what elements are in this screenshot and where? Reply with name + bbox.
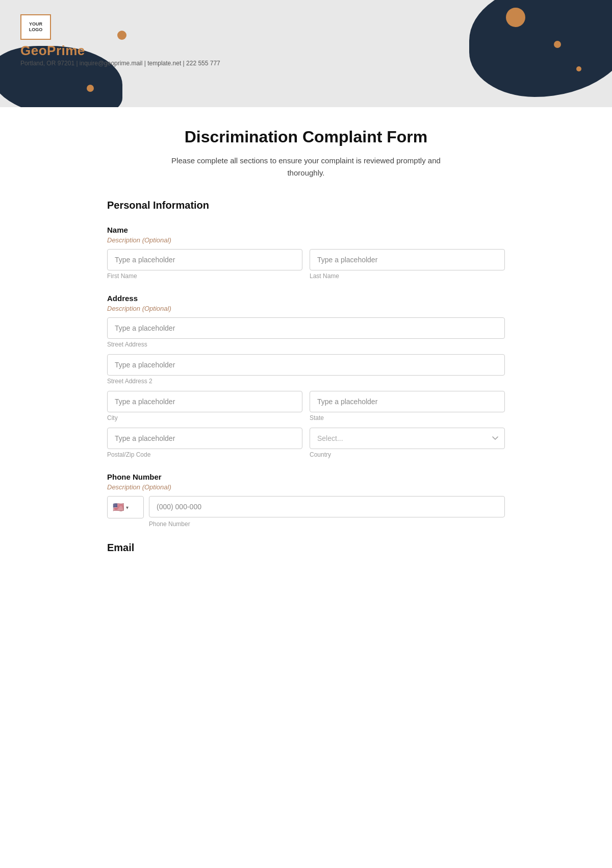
field-group-phone: Phone Number Description (Optional) 🇺🇸 ▾… (107, 473, 505, 528)
flag-select-button[interactable]: 🇺🇸 ▾ (107, 496, 144, 518)
postal-country-row: Postal/Zip Code Select... United States … (107, 428, 505, 458)
phone-input-wrap (149, 496, 505, 517)
logo-box: YOURLOGO (20, 14, 51, 40)
street-address2-label: Street Address 2 (107, 378, 505, 385)
postal-col: Postal/Zip Code (107, 428, 302, 458)
brand-tagline: Portland, OR 97201 | inquire@geoprime.ma… (20, 60, 220, 67)
last-name-label: Last Name (310, 272, 505, 280)
last-name-input[interactable] (310, 249, 505, 270)
city-label: City (107, 414, 302, 421)
field-label-email: Email (107, 542, 505, 554)
brand-name: GeoPrime (20, 43, 85, 59)
orange-dot-bottom-left (87, 85, 94, 92)
state-input[interactable] (310, 391, 505, 412)
flag-emoji: 🇺🇸 (113, 502, 124, 513)
section-title-personal: Personal Information (107, 200, 505, 215)
phone-sublabel: Phone Number (149, 520, 505, 528)
main-content: Discrimination Complaint Form Please com… (87, 107, 525, 599)
first-name-label: First Name (107, 272, 302, 280)
phone-row: 🇺🇸 ▾ (107, 496, 505, 518)
first-name-input[interactable] (107, 249, 302, 270)
street-address-input[interactable] (107, 317, 505, 339)
page-header: YOURLOGO GeoPrime Portland, OR 97201 | i… (0, 0, 612, 107)
street-address-label: Street Address (107, 341, 505, 348)
field-group-email: Email (107, 542, 505, 554)
country-select[interactable]: Select... United States Canada United Ki… (310, 428, 505, 449)
country-label: Country (310, 451, 505, 458)
phone-input[interactable] (149, 496, 505, 517)
form-subtitle: Please complete all sections to ensure y… (153, 155, 459, 179)
postal-input[interactable] (107, 428, 302, 449)
logo-text: YOURLOGO (29, 21, 43, 33)
state-label: State (310, 414, 505, 421)
postal-label: Postal/Zip Code (107, 451, 302, 458)
city-input[interactable] (107, 391, 302, 412)
field-description-phone: Description (Optional) (107, 483, 505, 491)
field-description-address: Description (Optional) (107, 305, 505, 312)
chevron-down-icon: ▾ (126, 505, 129, 510)
street-address2-wrap: Street Address 2 (107, 354, 505, 385)
street-address-wrap: Street Address (107, 317, 505, 348)
field-group-name: Name Description (Optional) First Name L… (107, 226, 505, 280)
field-description-name: Description (Optional) (107, 236, 505, 244)
name-input-row: First Name Last Name (107, 249, 505, 280)
city-col: City (107, 391, 302, 421)
field-label-name: Name (107, 226, 505, 234)
street-address2-input[interactable] (107, 354, 505, 376)
last-name-col: Last Name (310, 249, 505, 280)
city-state-row: City State (107, 391, 505, 421)
field-group-address: Address Description (Optional) Street Ad… (107, 294, 505, 458)
country-col: Select... United States Canada United Ki… (310, 428, 505, 458)
header-content: YOURLOGO GeoPrime Portland, OR 97201 | i… (0, 0, 612, 81)
field-label-address: Address (107, 294, 505, 303)
state-col: State (310, 391, 505, 421)
first-name-col: First Name (107, 249, 302, 280)
field-label-phone: Phone Number (107, 473, 505, 481)
form-title: Discrimination Complaint Form (107, 128, 505, 146)
